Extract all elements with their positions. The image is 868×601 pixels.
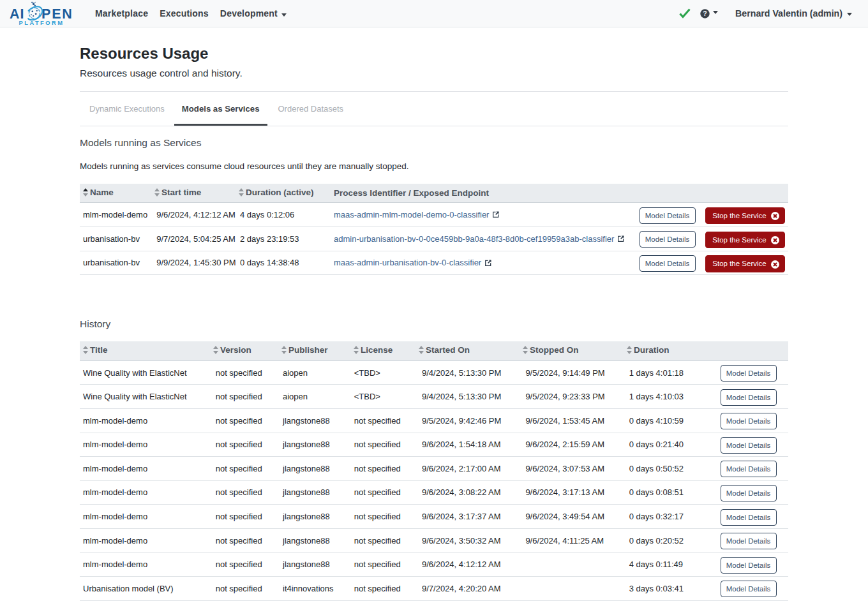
- svg-text:PLATFORM: PLATFORM: [19, 20, 64, 26]
- svg-text:?: ?: [703, 10, 707, 17]
